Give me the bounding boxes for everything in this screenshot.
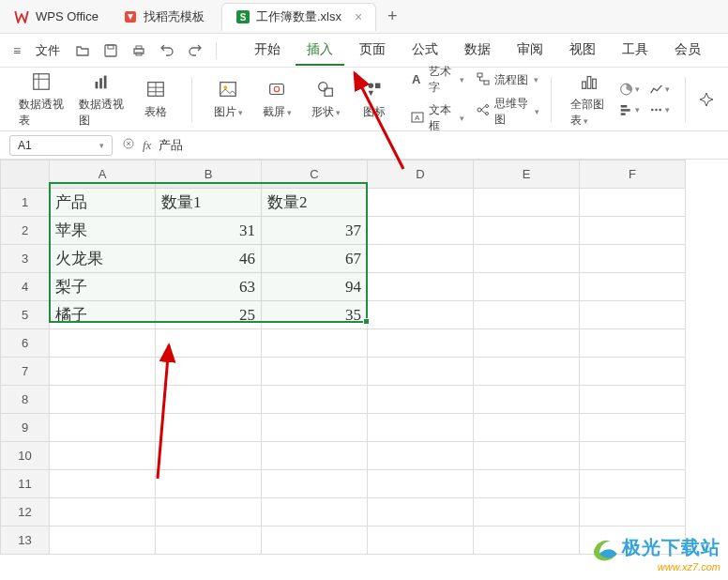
new-tab-button[interactable]: + — [378, 7, 406, 26]
menu-tab-review[interactable]: 审阅 — [506, 36, 554, 66]
row-header[interactable]: 5 — [1, 301, 50, 329]
row-header[interactable]: 10 — [1, 442, 50, 470]
cell[interactable] — [50, 470, 156, 498]
cell[interactable] — [474, 386, 580, 414]
row-header[interactable]: 3 — [1, 245, 50, 273]
cell[interactable] — [50, 414, 156, 442]
row-header[interactable]: 9 — [1, 414, 50, 442]
cell[interactable] — [580, 189, 686, 217]
line-chart-icon[interactable]: ▾ — [649, 80, 670, 99]
cell[interactable] — [156, 470, 262, 498]
cell[interactable] — [368, 470, 474, 498]
print-icon[interactable] — [126, 38, 152, 64]
cell[interactable] — [474, 245, 580, 273]
cell[interactable] — [262, 527, 368, 555]
cell[interactable]: 31 — [156, 217, 262, 245]
table-button[interactable]: 表格 — [135, 76, 176, 122]
cell[interactable] — [262, 414, 368, 442]
cell[interactable] — [368, 386, 474, 414]
cell[interactable] — [368, 358, 474, 386]
spreadsheet-grid[interactable]: A B C D E F 1 产品 数量1 数量2 2 苹果 31 37 3 火龙… — [0, 160, 686, 555]
menu-tab-tools[interactable]: 工具 — [611, 36, 660, 66]
cell[interactable] — [580, 386, 686, 414]
save-icon[interactable] — [98, 38, 124, 64]
cell[interactable] — [580, 414, 686, 442]
more-charts-icon[interactable]: ▾ — [649, 100, 670, 119]
menu-tab-insert[interactable]: 插入 — [296, 36, 344, 66]
menu-tab-member[interactable]: 会员 — [663, 36, 712, 66]
cell[interactable]: 94 — [262, 273, 368, 301]
row-header[interactable]: 2 — [1, 217, 50, 245]
menu-tab-view[interactable]: 视图 — [558, 36, 607, 66]
cell[interactable] — [368, 301, 474, 329]
cell[interactable]: 数量2 — [262, 189, 368, 217]
tab-workbook[interactable]: S 工作簿数量.xlsx × — [221, 3, 376, 31]
cell[interactable]: 数量1 — [156, 189, 262, 217]
col-header-C[interactable]: C — [262, 160, 368, 189]
cell[interactable] — [50, 442, 156, 470]
cell[interactable] — [50, 498, 156, 527]
cell[interactable] — [156, 442, 262, 470]
cell[interactable] — [262, 329, 368, 358]
cell[interactable] — [368, 498, 474, 527]
cell[interactable]: 67 — [262, 245, 368, 273]
cell[interactable]: 火龙果 — [50, 245, 156, 273]
cell[interactable] — [580, 358, 686, 386]
cell[interactable] — [474, 329, 580, 358]
cell[interactable] — [368, 273, 474, 301]
row-header[interactable]: 13 — [1, 527, 50, 555]
cell[interactable] — [368, 329, 474, 358]
cell[interactable] — [368, 245, 474, 273]
all-charts-button[interactable]: 全部图表▾ — [567, 69, 612, 130]
formula-content[interactable]: 产品 — [159, 137, 183, 154]
cell[interactable] — [474, 358, 580, 386]
cell[interactable] — [580, 245, 686, 273]
open-icon[interactable] — [69, 38, 96, 64]
cell[interactable] — [156, 358, 262, 386]
col-header-D[interactable]: D — [368, 160, 474, 189]
screenshot-button[interactable]: 截屏▾ — [256, 76, 297, 122]
menu-file[interactable]: 文件 — [28, 42, 68, 59]
cell[interactable] — [474, 414, 580, 442]
cell[interactable] — [580, 273, 686, 301]
textbox-button[interactable]: A 文本框▾ — [406, 100, 468, 136]
cell[interactable]: 梨子 — [50, 273, 156, 301]
cell[interactable] — [156, 498, 262, 527]
cell[interactable] — [262, 386, 368, 414]
cell[interactable] — [262, 498, 368, 527]
cell[interactable]: 25 — [156, 301, 262, 329]
select-all-corner[interactable] — [1, 160, 50, 189]
undo-icon[interactable] — [154, 38, 180, 64]
menu-tab-data[interactable]: 数据 — [453, 36, 502, 66]
col-header-B[interactable]: B — [156, 160, 262, 189]
pivot-chart-button[interactable]: 数据透视图 — [75, 69, 128, 130]
cell[interactable] — [156, 329, 262, 358]
row-header[interactable]: 8 — [1, 386, 50, 414]
pie-chart-icon[interactable]: ▾ — [619, 80, 640, 99]
cell[interactable] — [474, 217, 580, 245]
cell[interactable] — [368, 527, 474, 555]
cell[interactable] — [474, 189, 580, 217]
cell[interactable] — [580, 217, 686, 245]
cell[interactable]: 橘子 — [50, 301, 156, 329]
row-header[interactable]: 7 — [1, 358, 50, 386]
row-header[interactable]: 4 — [1, 273, 50, 301]
cell[interactable] — [262, 470, 368, 498]
picture-button[interactable]: 图片▾ — [207, 76, 249, 122]
cell[interactable] — [368, 217, 474, 245]
cell[interactable] — [474, 498, 580, 527]
cell[interactable] — [474, 527, 580, 555]
cell[interactable] — [474, 442, 580, 470]
cell[interactable] — [580, 470, 686, 498]
shapes-button[interactable]: 形状▾ — [305, 76, 346, 122]
cell[interactable]: 37 — [262, 217, 368, 245]
cell[interactable] — [580, 301, 686, 329]
cell[interactable] — [50, 386, 156, 414]
wordart-button[interactable]: A 艺术字▾ — [406, 62, 468, 98]
flowchart-button[interactable]: 流程图▾ — [472, 69, 543, 91]
col-header-E[interactable]: E — [474, 160, 580, 189]
row-header[interactable]: 12 — [1, 498, 50, 527]
cell[interactable] — [474, 301, 580, 329]
row-header[interactable]: 11 — [1, 470, 50, 498]
redo-icon[interactable] — [182, 38, 208, 64]
